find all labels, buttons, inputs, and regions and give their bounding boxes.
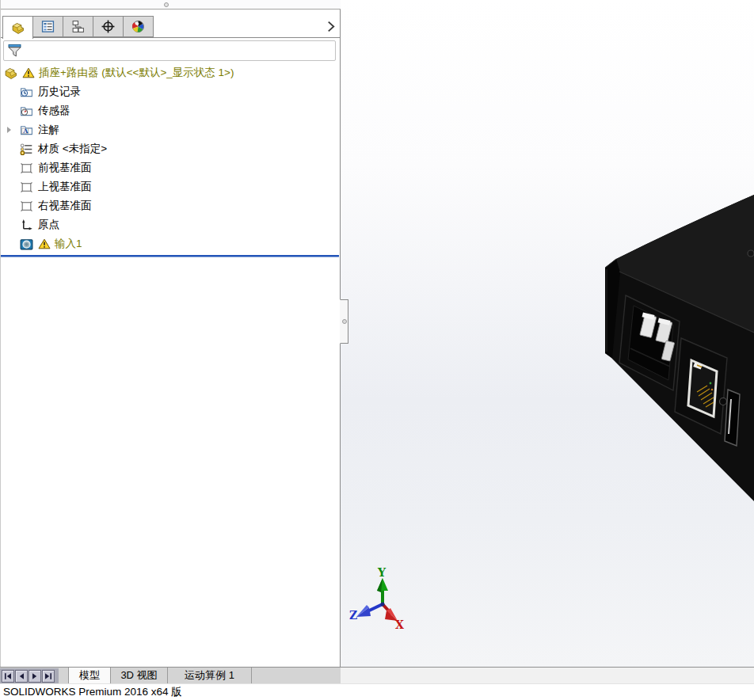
tree-item-history[interactable]: 历史记录 (1, 82, 339, 101)
configurationmanager-icon (71, 20, 85, 33)
tree-item-top-plane[interactable]: 上视基准面 (1, 177, 339, 196)
featuremanager-panel: 插座+路由器 (默认<<默认>_显示状态 1>) 历史记录 传感器 (0, 0, 341, 667)
root-part-label: 插座+路由器 (默认<<默认>_显示状态 1>) (39, 66, 234, 80)
sensors-folder-icon (20, 105, 33, 118)
tree-item-right-plane[interactable]: 右视基准面 (1, 196, 339, 215)
triad-z-label: Z (349, 609, 357, 622)
tree-filter-input[interactable] (3, 40, 336, 61)
tab-nav-strip (0, 668, 59, 683)
chevron-right-icon[interactable] (326, 21, 336, 32)
feature-tree: 插座+路由器 (默认<<默认>_显示状态 1>) 历史记录 传感器 (1, 63, 339, 253)
tree-item-label: 注解 (38, 123, 59, 137)
tree-item-imported1[interactable]: 输入1 (1, 234, 339, 253)
tree-item-label: 原点 (38, 218, 59, 232)
tree-item-label: 历史记录 (38, 85, 81, 99)
tree-item-origin[interactable]: 原点 (1, 215, 339, 234)
dimxpertmanager-icon (101, 20, 115, 33)
graphics-viewport[interactable]: Y Z X (341, 0, 754, 667)
status-bar: SOLIDWORKS Premium 2016 x64 版 (0, 683, 754, 700)
tab-displaymanager[interactable] (123, 16, 154, 37)
tree-item-annotations[interactable]: A 注解 (1, 120, 339, 139)
part-icon (11, 21, 25, 35)
annotations-folder-icon: A (20, 124, 33, 137)
tab-propertymanager[interactable] (32, 16, 63, 37)
statusbar-spacer (341, 667, 754, 683)
displaymanager-icon (131, 20, 145, 33)
manager-tabbar (2, 16, 153, 38)
plane-icon (20, 162, 33, 175)
ethernet-port (688, 360, 717, 417)
triad-x-label: X (395, 618, 404, 631)
splitter-handle-dot[interactable] (164, 2, 169, 7)
reference-triad: Y Z X (349, 566, 404, 631)
tree-item-sensors[interactable]: 传感器 (1, 101, 339, 120)
tab-configurationmanager[interactable] (63, 16, 93, 37)
propertymanager-icon (41, 20, 55, 33)
document-tabbar: 模型 3D 视图 运动算例 1 (0, 667, 341, 683)
plane-icon (20, 181, 33, 194)
tree-item-front-plane[interactable]: 前视基准面 (1, 158, 339, 177)
screw-hole (748, 250, 754, 257)
status-text: SOLIDWORKS Premium 2016 x64 版 (3, 686, 182, 698)
router-model[interactable] (605, 195, 754, 501)
imported-feature-icon (20, 238, 33, 251)
tab-featuremanager[interactable] (2, 16, 33, 39)
svg-text:A: A (22, 127, 29, 135)
previous-page-icon[interactable] (15, 670, 28, 683)
tree-item-label: 右视基准面 (38, 199, 92, 213)
part-icon (4, 67, 17, 80)
tab-dimxpertmanager[interactable] (93, 16, 124, 37)
history-folder-icon (20, 86, 33, 99)
origin-icon (20, 219, 33, 232)
tree-root-part[interactable]: 插座+路由器 (默认<<默认>_显示状态 1>) (1, 63, 339, 82)
warning-icon (38, 238, 51, 249)
tree-item-label: 上视基准面 (38, 180, 92, 194)
panel-collapse-handle[interactable] (340, 299, 348, 344)
material-icon (20, 143, 33, 156)
tree-item-label: 传感器 (38, 104, 70, 118)
first-page-icon[interactable] (2, 670, 14, 683)
handle-dot (342, 319, 347, 324)
next-page-icon[interactable] (29, 670, 41, 683)
usb-port (725, 390, 740, 446)
tab-3d-views[interactable]: 3D 视图 (111, 668, 168, 683)
tree-item-label: 前视基准面 (38, 161, 92, 175)
triad-y-label: Y (377, 566, 387, 579)
document-tabs: 模型 3D 视图 运动算例 1 (68, 668, 252, 683)
last-page-icon[interactable] (42, 670, 55, 683)
tab-model[interactable]: 模型 (68, 668, 111, 683)
filter-funnel-icon (7, 43, 23, 59)
rollback-bar[interactable] (1, 255, 339, 257)
model-canvas[interactable]: Y Z X (341, 0, 754, 667)
reset-button-hole (720, 398, 727, 405)
expand-arrow-icon[interactable] (7, 127, 11, 133)
tree-item-material[interactable]: 材质 <未指定> (1, 139, 339, 158)
tree-item-label: 材质 <未指定> (38, 142, 107, 156)
tree-item-label: 输入1 (55, 237, 82, 251)
panel-top-splitter[interactable] (1, 0, 341, 10)
plane-icon (20, 200, 33, 213)
warning-icon (22, 67, 35, 78)
tab-motion-study-1[interactable]: 运动算例 1 (168, 668, 252, 683)
